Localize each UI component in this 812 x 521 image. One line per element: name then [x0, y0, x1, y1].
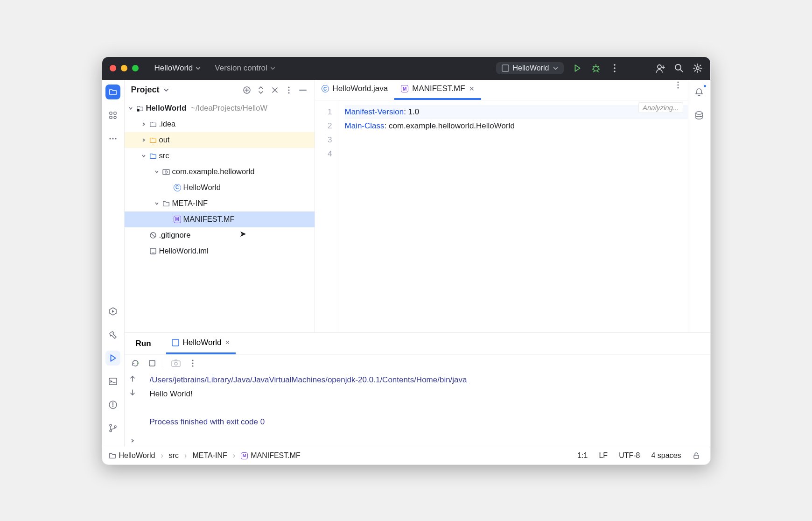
run-config-tab[interactable]: HelloWorld ✕: [166, 333, 236, 354]
vcs-label: Version control: [215, 63, 267, 73]
structure-icon: [109, 111, 117, 120]
tree-label: out: [159, 135, 170, 144]
panel-options-button[interactable]: [284, 85, 294, 95]
tree-label: HelloWorld: [183, 183, 221, 192]
code-with-me-button[interactable]: [655, 63, 665, 73]
tree-label: HelloWorld.iml: [159, 246, 209, 255]
breadcrumb-sep: ›: [182, 451, 189, 460]
terminal-tool-button[interactable]: [105, 374, 120, 389]
right-toolbar: [688, 80, 710, 332]
svg-rect-15: [109, 378, 117, 385]
run-button[interactable]: [572, 63, 582, 73]
tree-row-package[interactable]: com.example.helloworld: [125, 164, 315, 180]
tree-row-iml[interactable]: HelloWorld.iml: [125, 243, 315, 259]
tree-row-metainf[interactable]: META-INF: [125, 196, 315, 211]
run-panel-title[interactable]: Run: [130, 333, 157, 354]
project-menu[interactable]: HelloWorld: [152, 62, 204, 75]
manifest-icon: M: [174, 216, 181, 223]
hexagon-play-icon: [108, 307, 118, 316]
console-command-line: /Users/jetbrains/Library/Java/JavaVirtua…: [150, 373, 710, 387]
run-tool-button[interactable]: [105, 351, 120, 366]
vcs-tool-button[interactable]: [105, 421, 120, 436]
problems-tool-button[interactable]: [105, 397, 120, 412]
scroll-up-button[interactable]: [129, 375, 136, 382]
close-tab-button[interactable]: ✕: [469, 85, 475, 92]
svg-point-34: [677, 84, 679, 85]
svg-point-29: [165, 171, 167, 173]
tree-row-idea[interactable]: .idea: [125, 116, 315, 132]
manifest-icon: M: [241, 452, 248, 459]
more-actions-button[interactable]: [609, 63, 620, 73]
close-window-button[interactable]: [110, 65, 116, 71]
breadcrumb[interactable]: META-INF: [192, 451, 227, 460]
terminal-icon: [108, 377, 118, 386]
svg-rect-28: [163, 169, 169, 175]
hammer-icon: [108, 330, 118, 339]
editor-body[interactable]: 1 2 3 4 Manifest-Version: 1.0 Main-Class…: [315, 100, 688, 332]
structure-tool-button[interactable]: [105, 108, 120, 123]
more-tools-button[interactable]: [105, 131, 120, 146]
indent-settings[interactable]: 4 spaces: [647, 451, 685, 460]
minimize-window-button[interactable]: [121, 65, 127, 71]
run-config-selector[interactable]: HelloWorld: [496, 62, 564, 74]
editor-more-button[interactable]: [673, 80, 683, 90]
collapse-button[interactable]: [270, 85, 280, 95]
lock-icon: [693, 452, 700, 459]
tree-label: src: [159, 151, 169, 160]
svg-point-42: [192, 362, 193, 364]
caret-position[interactable]: 1:1: [574, 451, 591, 460]
editor-tab-java[interactable]: C HelloWorld.java: [315, 80, 395, 100]
hide-panel-button[interactable]: [298, 85, 308, 95]
stop-button[interactable]: [147, 358, 157, 368]
tree-path-hint: ~/IdeaProjects/HelloW: [191, 104, 267, 113]
settings-button[interactable]: [693, 63, 703, 73]
database-tool-button[interactable]: [692, 108, 707, 123]
expand-all-button[interactable]: [256, 85, 266, 95]
build-tool-button[interactable]: [105, 327, 120, 342]
inspection-badge: Analyzing...: [638, 102, 683, 113]
tree-row-root[interactable]: HelloWorld ~/IdeaProjects/HelloW: [125, 100, 315, 116]
search-button[interactable]: [674, 63, 684, 73]
close-tab-button[interactable]: ✕: [225, 339, 230, 346]
notification-dot: [703, 84, 707, 88]
project-tool-button[interactable]: [105, 84, 120, 99]
svg-point-3: [614, 67, 616, 69]
svg-point-14: [115, 138, 116, 139]
tree-row-manifest[interactable]: M MANIFEST.MF: [125, 211, 315, 227]
editor-tab-manifest[interactable]: M MANIFEST.MF ✕: [394, 80, 481, 100]
breadcrumb[interactable]: M MANIFEST.MF: [241, 451, 301, 460]
svg-point-4: [614, 70, 616, 72]
tree-row-out[interactable]: out: [125, 132, 315, 148]
svg-rect-9: [114, 112, 116, 114]
breadcrumb[interactable]: HelloWorld: [109, 451, 155, 460]
editor-area: C HelloWorld.java M MANIFEST.MF ✕: [315, 80, 688, 332]
tree-row-class[interactable]: C HelloWorld: [125, 180, 315, 196]
svg-rect-37: [172, 339, 179, 346]
chevron-down-icon[interactable]: [163, 87, 169, 93]
vcs-menu[interactable]: Version control: [212, 62, 278, 75]
console-output[interactable]: /Users/jetbrains/Library/Java/JavaVirtua…: [140, 372, 710, 447]
debug-button[interactable]: [591, 63, 601, 73]
line-separator[interactable]: LF: [595, 451, 611, 460]
svg-point-19: [110, 430, 112, 432]
select-opened-file-button[interactable]: [242, 85, 252, 95]
maximize-window-button[interactable]: [132, 65, 139, 71]
left-toolbar: [102, 80, 125, 447]
project-panel-header: Project: [125, 80, 315, 100]
file-encoding[interactable]: UTF-8: [615, 451, 644, 460]
code-area[interactable]: Manifest-Version: 1.0 Main-Class: com.ex…: [339, 100, 688, 332]
tree-row-gitignore[interactable]: .gitignore: [125, 227, 315, 243]
project-tree[interactable]: HelloWorld ~/IdeaProjects/HelloW .idea o…: [125, 100, 315, 332]
svg-point-6: [675, 64, 681, 70]
notifications-button[interactable]: [692, 84, 707, 99]
rerun-button[interactable]: [130, 358, 140, 368]
readonly-toggle[interactable]: [689, 452, 704, 459]
console-expand-button[interactable]: [130, 438, 135, 443]
screenshot-button[interactable]: [171, 358, 181, 368]
run-more-button[interactable]: [188, 358, 198, 368]
tree-row-src[interactable]: src: [125, 148, 315, 164]
breadcrumb[interactable]: src: [169, 451, 179, 460]
scroll-down-button[interactable]: [129, 389, 136, 396]
services-tool-button[interactable]: [105, 304, 120, 319]
breadcrumb-sep: ›: [231, 451, 237, 460]
